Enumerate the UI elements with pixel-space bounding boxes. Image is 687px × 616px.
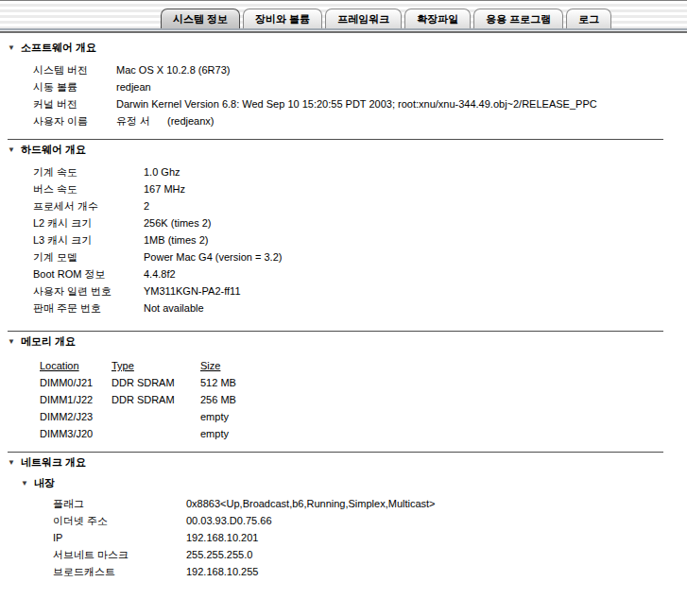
row-value: 192.168.10.201: [186, 532, 258, 543]
info-row: IP 192.168.10.201: [53, 529, 679, 546]
section-divider: [8, 452, 663, 453]
cell-size: 256 MB: [200, 394, 236, 405]
cell-location: DIMM2/J23: [40, 411, 112, 422]
info-row: 커널 버전 Darwin Kernel Version 6.8: Wed Sep…: [33, 95, 679, 112]
cell-size: empty: [200, 411, 229, 422]
row-value: Not available: [144, 302, 204, 314]
row-value: 192.168.10.255: [186, 566, 258, 577]
section-divider: [8, 331, 663, 332]
cell-type: DDR SDRAM: [112, 377, 200, 388]
tab-applications[interactable]: 응용 프로그램: [473, 9, 563, 28]
table-row: DIMM2/J23 empty: [40, 408, 679, 425]
info-row: L2 캐시 크기 256K (times 2): [33, 214, 679, 231]
tab-devices-volumes[interactable]: 장비와 볼륨: [243, 9, 322, 28]
info-row: 브로드캐스트 192.168.10.255: [53, 563, 679, 580]
tab-label: 시스템 정보: [173, 13, 228, 25]
tab-logs[interactable]: 로그: [566, 9, 611, 28]
info-row: 기계 모델 Power Mac G4 (version = 3.2): [33, 248, 679, 265]
tab-label: 로그: [578, 13, 599, 25]
section-divider: [8, 139, 663, 140]
section-title: 네트워크 개요: [21, 455, 86, 470]
software-section-header: ▼ 소프트웨어 개요: [8, 39, 679, 56]
row-value: redjean: [116, 81, 151, 93]
column-header: Location: [40, 360, 112, 371]
info-row: 버스 속도 167 MHz: [33, 180, 679, 197]
network-section-header: ▼ 네트워크 개요: [8, 453, 679, 471]
tab-extensions[interactable]: 확장파일: [404, 9, 471, 28]
row-label: L3 캐시 크기: [33, 233, 144, 248]
row-label: 사용자 일련 번호: [33, 284, 144, 299]
info-row: 프로세서 개수 2: [33, 197, 679, 214]
row-value: 256K (times 2): [144, 217, 212, 229]
tab-label: 확장파일: [417, 13, 458, 25]
info-row: 플래그 0x8863<Up,Broadcast,b6,Running,Simpl…: [53, 495, 679, 512]
row-value: 4.4.8f2: [144, 268, 176, 280]
table-row: DIMM0/J21 DDR SDRAM 512 MB: [40, 374, 679, 391]
builtin-subsection-header: ▼ 내장: [21, 474, 679, 491]
cell-size: 512 MB: [200, 377, 236, 388]
row-label: 이더넷 주소: [53, 514, 186, 528]
disclosure-triangle-icon[interactable]: ▼: [21, 479, 34, 488]
row-value: YM311KGN-PA2-ff11: [144, 285, 241, 297]
hardware-rows: 기계 속도 1.0 Ghz 버스 속도 167 MHz 프로세서 개수 2 L2…: [33, 163, 679, 317]
network-rows: 플래그 0x8863<Up,Broadcast,b6,Running,Simpl…: [53, 495, 679, 580]
row-value: 2: [144, 200, 149, 212]
memory-table: Location Type Size DIMM0/J21 DDR SDRAM 5…: [40, 357, 679, 442]
cell-location: DIMM0/J21: [40, 377, 112, 388]
row-value: 00.03.93.D0.75.66: [186, 515, 272, 526]
system-info-panel: ▼ 소프트웨어 개요 시스템 버전 Mac OS X 10.2.8 (6R73)…: [0, 33, 687, 580]
row-value: 167 MHz: [144, 183, 185, 195]
row-label: 서브네트 마스크: [53, 548, 186, 562]
row-label: 기계 속도: [33, 165, 144, 180]
tab-frameworks[interactable]: 프레임워크: [325, 9, 402, 28]
row-label: 버스 속도: [33, 182, 144, 197]
memory-table-header-row: Location Type Size: [40, 357, 679, 374]
row-value: Power Mac G4 (version = 3.2): [144, 251, 282, 263]
info-row: 판매 주문 번호 Not available: [33, 299, 679, 317]
hardware-section-header: ▼ 하드웨어 개요: [8, 141, 679, 158]
disclosure-triangle-icon[interactable]: ▼: [8, 43, 21, 52]
section-title: 메모리 개요: [21, 334, 76, 349]
subsection-title: 내장: [34, 476, 55, 490]
row-label: 사용자 이름: [33, 114, 116, 128]
cell-type: DDR SDRAM: [112, 394, 200, 405]
row-value: 0x8863<Up,Broadcast,b6,Running,Simplex,M…: [186, 498, 436, 509]
header-divider-line: [0, 31, 687, 33]
row-value: Darwin Kernel Version 6.8: Wed Sep 10 15…: [116, 98, 597, 110]
row-value: 255.255.255.0: [186, 549, 252, 560]
info-row: 이더넷 주소 00.03.93.D0.75.66: [53, 512, 679, 529]
column-header: Size: [200, 360, 220, 371]
row-label: 시스템 버전: [33, 63, 116, 77]
table-row: DIMM3/J20 empty: [40, 425, 679, 442]
row-value: 유정 서: [116, 114, 167, 128]
cell-size: empty: [200, 428, 229, 439]
row-label: 브로드캐스트: [53, 565, 186, 579]
row-label: L2 캐시 크기: [33, 216, 144, 231]
tab-label: 프레임워크: [337, 13, 389, 25]
row-label: 프로세서 개수: [33, 199, 144, 214]
section-title: 소프트웨어 개요: [21, 41, 96, 55]
tab-label: 응용 프로그램: [486, 13, 551, 25]
info-row: 시스템 버전 Mac OS X 10.2.8 (6R73): [33, 61, 679, 78]
tab-label: 장비와 볼륨: [255, 13, 310, 25]
info-row: 서브네트 마스크 255.255.255.0: [53, 546, 679, 563]
info-row: 사용자 이름 유정 서 (redjeanx): [33, 112, 679, 129]
tab-system-info[interactable]: 시스템 정보: [161, 9, 240, 28]
cell-location: DIMM3/J20: [40, 428, 112, 439]
row-label: 시동 볼륨: [33, 80, 116, 94]
info-row: L3 캐시 크기 1MB (times 2): [33, 231, 679, 248]
info-row: 시동 볼륨 redjean: [33, 78, 679, 95]
row-label: 기계 모델: [33, 250, 144, 265]
memory-section-header: ▼ 메모리 개요: [8, 333, 679, 350]
disclosure-triangle-icon[interactable]: ▼: [8, 337, 21, 346]
row-label: IP: [53, 532, 186, 543]
row-label: Boot ROM 정보: [33, 267, 144, 282]
cell-location: DIMM1/J22: [40, 394, 112, 405]
software-rows: 시스템 버전 Mac OS X 10.2.8 (6R73) 시동 볼륨 redj…: [33, 61, 679, 129]
info-row: 기계 속도 1.0 Ghz: [33, 163, 679, 180]
section-title: 하드웨어 개요: [21, 143, 86, 157]
disclosure-triangle-icon[interactable]: ▼: [8, 145, 21, 154]
column-header: Type: [112, 360, 200, 371]
disclosure-triangle-icon[interactable]: ▼: [8, 458, 21, 467]
row-label: 플래그: [53, 497, 186, 511]
